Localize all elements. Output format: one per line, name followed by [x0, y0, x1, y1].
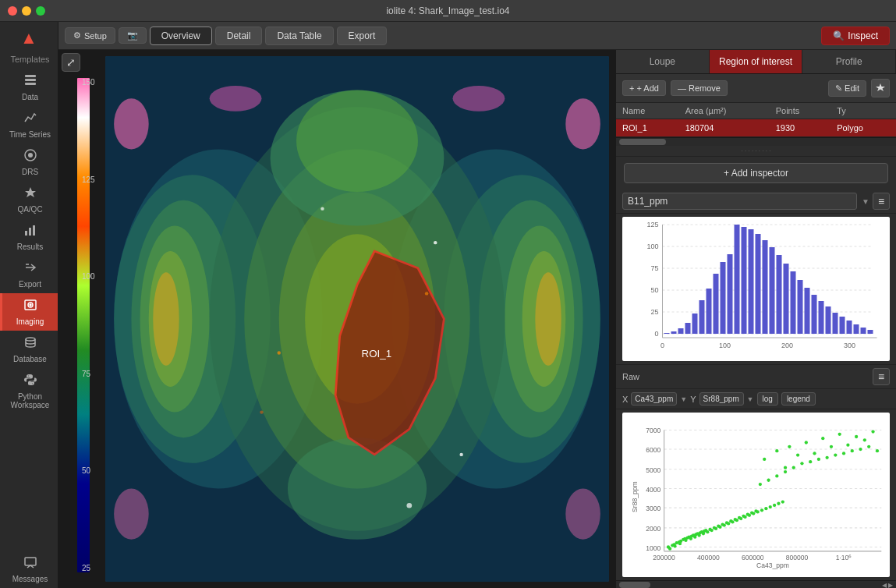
- svg-text:7000: 7000: [646, 427, 660, 434]
- sidebar-item-drs-label: DRS: [22, 168, 38, 176]
- svg-text:100: 100: [646, 243, 658, 250]
- svg-point-148: [668, 547, 671, 550]
- roi-table: Name Area (µm²) Points Ty ROI_1 180704 1…: [616, 103, 896, 137]
- scroll-left-arrow[interactable]: ◀: [882, 582, 887, 588]
- svg-rect-91: [854, 324, 859, 334]
- screenshot-button[interactable]: 📷: [119, 27, 147, 44]
- histogram-svg: 125 100 75 50 25 0 0 100 200 300: [622, 217, 890, 361]
- scroll-arrows[interactable]: ◀ ▶: [882, 582, 893, 588]
- svg-point-170: [764, 507, 767, 510]
- svg-point-203: [867, 445, 870, 448]
- svg-point-171: [769, 505, 772, 508]
- sidebar-item-database-label: Database: [13, 355, 47, 363]
- panel-scrollbar-thumb[interactable]: [619, 582, 650, 588]
- table-scrollbar-thumb[interactable]: [619, 139, 666, 145]
- svg-point-190: [759, 483, 762, 486]
- svg-rect-5: [25, 231, 27, 236]
- camera-icon: 📷: [127, 30, 138, 41]
- svg-rect-88: [833, 313, 838, 334]
- roi-tabs: Loupe Region of interest Profile: [616, 50, 896, 74]
- svg-point-37: [210, 86, 262, 112]
- add-inspector-button[interactable]: + Add inspector: [624, 163, 888, 183]
- sidebar-item-python[interactable]: Python Workspace: [0, 368, 58, 414]
- tab-loupe[interactable]: Loupe: [616, 50, 710, 73]
- content-split: ⤢ 150 125 100 75 50 25 Mn55_ppm: [58, 50, 896, 588]
- add-roi-button[interactable]: + + Add: [622, 80, 666, 96]
- tab-profile[interactable]: Profile: [802, 50, 896, 73]
- svg-point-161: [727, 522, 730, 525]
- svg-text:200000: 200000: [653, 554, 675, 561]
- table-scrollbar[interactable]: [616, 138, 896, 146]
- setup-button[interactable]: ⚙ Setup: [65, 27, 115, 44]
- svg-point-31: [296, 90, 418, 191]
- svg-point-11: [26, 338, 35, 341]
- sidebar-item-drs[interactable]: DRS: [0, 143, 58, 181]
- svg-point-191: [767, 479, 770, 482]
- svg-rect-81: [784, 264, 789, 334]
- window-title: iolite 4: Shark_Image_test.io4: [386, 5, 509, 16]
- svg-rect-1: [25, 79, 36, 81]
- svg-text:2000: 2000: [646, 525, 660, 533]
- svg-text:1000: 1000: [646, 544, 660, 552]
- table-row[interactable]: ROI_1 180704 1930 Polygo: [616, 119, 896, 137]
- sidebar-item-database[interactable]: Database: [0, 331, 58, 368]
- inspect-button[interactable]: 🔍 Inspect: [821, 27, 890, 45]
- heatmap-area[interactable]: ROI_1: [105, 56, 609, 582]
- sidebar: ▲ Templates Data Time Series DRS: [0, 22, 58, 588]
- edit-roi-button[interactable]: ✎ Edit: [828, 80, 866, 97]
- expand-button[interactable]: ⤢: [62, 53, 80, 72]
- svg-point-195: [800, 462, 803, 465]
- svg-text:800000: 800000: [786, 554, 809, 561]
- sidebar-item-export-label: Export: [19, 280, 41, 289]
- sidebar-item-export[interactable]: Export: [0, 256, 58, 293]
- legend-button[interactable]: legend: [781, 392, 816, 406]
- svg-point-159: [718, 526, 721, 529]
- svg-point-193: [784, 470, 787, 473]
- messages-icon: [23, 555, 37, 573]
- svg-rect-65: [671, 331, 677, 334]
- sidebar-item-timeseries[interactable]: Time Series: [0, 106, 58, 143]
- scatter-menu-button[interactable]: ≡: [873, 368, 890, 385]
- svg-point-174: [781, 500, 784, 503]
- y-channel-select[interactable]: Sr88_ppm: [699, 392, 744, 406]
- svg-point-200: [842, 452, 845, 455]
- scroll-right-arrow[interactable]: ▶: [888, 582, 893, 588]
- app-logo: ▲: [20, 28, 37, 48]
- svg-point-199: [834, 453, 837, 456]
- svg-text:25: 25: [650, 308, 658, 316]
- sidebar-item-data-label: Data: [22, 93, 38, 101]
- channel-select[interactable]: B11_ppm: [622, 193, 857, 210]
- svg-text:50: 50: [650, 286, 658, 294]
- scale-label-75: 75: [82, 370, 95, 378]
- tab-datatable[interactable]: Data Table: [265, 27, 333, 45]
- tab-export[interactable]: Export: [337, 27, 388, 45]
- sidebar-item-imaging[interactable]: Imaging: [0, 293, 58, 331]
- scale-label-125: 125: [82, 175, 95, 184]
- sidebar-item-qaqc[interactable]: QA/QC: [0, 181, 58, 218]
- tab-region-of-interest[interactable]: Region of interest: [710, 50, 803, 73]
- sidebar-item-messages[interactable]: Messages: [0, 551, 58, 588]
- database-icon: [23, 335, 37, 353]
- x-channel-select[interactable]: Ca43_ppm: [631, 392, 677, 406]
- minimize-button[interactable]: [22, 6, 31, 16]
- sidebar-item-data[interactable]: Data: [0, 69, 58, 106]
- tab-overview[interactable]: Overview: [150, 27, 212, 45]
- svg-point-176: [805, 441, 808, 444]
- tab-detail[interactable]: Detail: [215, 27, 263, 45]
- panel-scrollbar[interactable]: ◀ ▶: [616, 580, 896, 588]
- log-button[interactable]: log: [757, 392, 778, 406]
- window-controls[interactable]: [8, 6, 45, 16]
- remove-roi-button[interactable]: — Remove: [671, 80, 728, 96]
- sidebar-item-templates[interactable]: Templates: [0, 51, 58, 69]
- setup-label: Setup: [84, 31, 107, 41]
- svg-point-179: [855, 435, 858, 438]
- roi-settings-button[interactable]: [871, 79, 890, 97]
- sidebar-item-results[interactable]: Results: [0, 218, 58, 256]
- close-button[interactable]: [8, 6, 17, 16]
- svg-rect-72: [721, 262, 726, 334]
- svg-point-149: [673, 544, 676, 547]
- inspector-menu-button[interactable]: ≡: [873, 193, 890, 210]
- maximize-button[interactable]: [36, 6, 45, 16]
- svg-point-154: [697, 533, 700, 537]
- svg-text:0: 0: [660, 342, 664, 349]
